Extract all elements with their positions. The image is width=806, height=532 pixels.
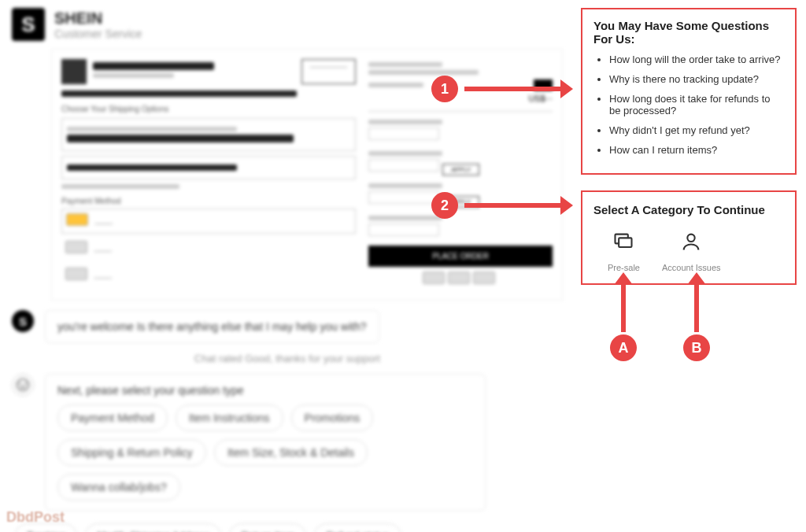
chip-collab-jobs[interactable]: Wanna collab/jobs? (57, 474, 180, 501)
annotation-arrow-1 (464, 87, 562, 91)
svg-point-0 (17, 379, 29, 391)
question-type-chips: Payment Method Item Instructions Promoti… (57, 405, 473, 501)
shipping-options-title: Choose Your Shipping Options (61, 105, 356, 113)
chip-modify-address[interactable]: Modify Shipping Address (85, 523, 221, 532)
annotation-arrow-2 (464, 203, 562, 208)
faq-item-return[interactable]: How can I return items? (609, 144, 784, 156)
chip-return-item[interactable]: Return Item (229, 523, 306, 532)
agent-message: S you're welcome Is there anything else … (12, 310, 563, 343)
chip-item-instructions[interactable]: Item Instructions (176, 405, 283, 431)
category-account-issues[interactable]: Account Issues (662, 231, 721, 272)
svg-point-1 (20, 382, 21, 384)
brand-subtitle: Customer Service (54, 28, 142, 40)
checkout-edit-button[interactable]: ··················· (301, 59, 357, 84)
annotation-circle-a: A (610, 334, 637, 361)
faq-list: How long will the order take to arrive? … (593, 54, 784, 156)
watermark: DbdPost (6, 509, 65, 526)
brand-info: SHEIN Customer Service (54, 9, 142, 40)
annotation-circle-b: B (683, 334, 710, 361)
user-icon (680, 231, 702, 258)
brand-logo: S (12, 8, 45, 41)
chip-payment-method[interactable]: Payment Method (57, 405, 168, 431)
faq-title: You May Have Some Questions For Us: (593, 19, 784, 46)
bot-avatar (12, 374, 34, 396)
bot-face-icon (16, 378, 30, 392)
chat-bubbles-icon (612, 231, 634, 258)
faq-box: You May Have Some Questions For Us: How … (581, 8, 797, 175)
faq-item-arrival[interactable]: How long will the order take to arrive? (609, 54, 784, 65)
right-panel: You May Have Some Questions For Us: How … (575, 0, 803, 532)
place-order-button[interactable]: PLACE ORDER (368, 246, 553, 267)
annotation-arrow-b (694, 283, 699, 332)
bot-message: Next, please select your question type P… (12, 374, 563, 511)
category-title: Select A Category To Continue (593, 203, 784, 216)
category-account-label: Account Issues (662, 263, 721, 272)
faq-item-refund-missing[interactable]: Why didn't I get my refund yet? (609, 124, 784, 136)
chip-refund-status[interactable]: Refund status (314, 523, 401, 532)
brand-name: SHEIN (54, 9, 142, 28)
annotation-arrow-a (621, 283, 626, 332)
chat-rating-message: Chat rated Good, thanks for your support (12, 353, 563, 364)
agent-message-text: you're welcome Is there anything else th… (45, 310, 379, 343)
category-box: Select A Category To Continue Pre-sale A… (581, 190, 797, 285)
faq-item-tracking[interactable]: Why is there no tracking update? (609, 73, 784, 85)
chat-area: S SHEIN Customer Service ···············… (0, 0, 575, 532)
apply-button-1[interactable]: APPLY (442, 164, 479, 175)
bottom-quick-actions: Tracking Modify Shipping Address Return … (12, 523, 563, 532)
chip-item-size[interactable]: Item Size, Stock & Details (214, 439, 368, 466)
chip-shipping-return[interactable]: Shipping & Return Policy (57, 439, 206, 466)
annotation-circle-1: 1 (431, 76, 458, 102)
chip-promotions[interactable]: Promotions (291, 405, 374, 431)
svg-point-5 (688, 235, 695, 242)
faq-item-refund-time[interactable]: How long does it take for refunds to be … (609, 93, 784, 116)
category-presale[interactable]: Pre-sale (608, 231, 640, 272)
annotation-circle-2: 2 (431, 192, 458, 219)
category-presale-label: Pre-sale (608, 263, 640, 272)
payment-method-title: Payment Method (61, 197, 356, 205)
svg-point-2 (24, 382, 26, 384)
svg-rect-4 (619, 238, 632, 247)
agent-avatar: S (12, 310, 34, 332)
header: S SHEIN Customer Service (12, 8, 563, 41)
bot-message-text: Next, please select your question type (57, 384, 473, 397)
